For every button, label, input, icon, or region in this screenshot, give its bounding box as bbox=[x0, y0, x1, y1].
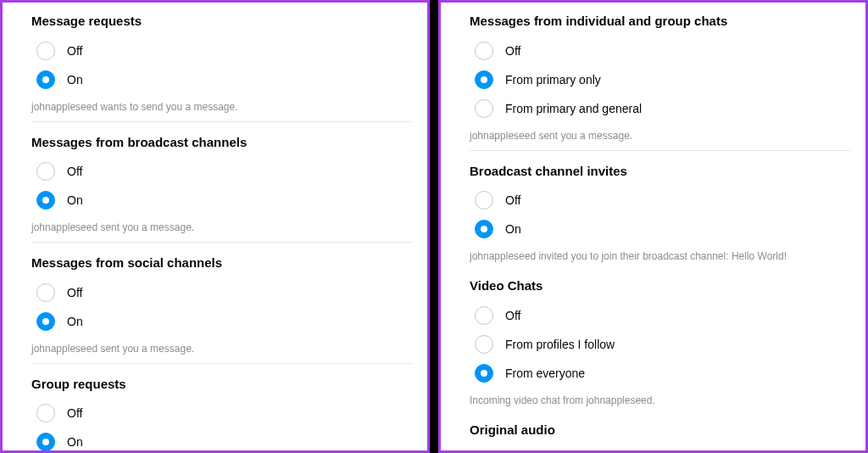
radio-label: From profiles I follow bbox=[505, 338, 615, 351]
radio-option-off[interactable]: Off bbox=[31, 399, 412, 428]
radio-option-profiles-i-follow[interactable]: From profiles I follow bbox=[470, 330, 850, 359]
section-group-requests: Group requests Off On bbox=[31, 376, 412, 454]
radio-group: Off From profiles I follow From everyone bbox=[470, 301, 850, 388]
radio-group: Off On bbox=[31, 36, 412, 94]
radio-option-primary-only[interactable]: From primary only bbox=[470, 65, 850, 94]
radio-icon bbox=[36, 191, 55, 210]
radio-icon bbox=[475, 335, 493, 354]
radio-option-on[interactable]: On bbox=[31, 307, 412, 336]
radio-label: On bbox=[67, 315, 83, 328]
section-video-chats: Video Chats Off From profiles I follow F… bbox=[470, 277, 850, 415]
radio-label: On bbox=[505, 222, 521, 236]
radio-label: From everyone bbox=[505, 366, 585, 380]
radio-option-on[interactable]: On bbox=[470, 215, 850, 243]
radio-label: Off bbox=[67, 44, 82, 58]
section-hint: johnappleseed wants to send you a messag… bbox=[31, 96, 412, 122]
radio-group: Off On bbox=[470, 186, 850, 243]
radio-label: Off bbox=[505, 309, 520, 322]
section-title: Messages from individual and group chats bbox=[470, 13, 850, 30]
section-title: Messages from broadcast channels bbox=[31, 134, 412, 151]
radio-icon bbox=[36, 283, 55, 302]
radio-icon bbox=[36, 70, 55, 89]
radio-label: Off bbox=[67, 406, 82, 420]
radio-group: Off On bbox=[31, 399, 412, 453]
radio-option-on[interactable]: On bbox=[31, 186, 412, 215]
radio-label: On bbox=[67, 73, 83, 87]
radio-label: From primary and general bbox=[505, 102, 642, 115]
section-title: Group requests bbox=[31, 376, 412, 393]
radio-icon bbox=[475, 99, 493, 118]
screenshot-wrap: Message requests Off On johnappleseed wa… bbox=[0, 0, 868, 453]
section-individual-group-chats: Messages from individual and group chats… bbox=[470, 13, 850, 151]
radio-icon bbox=[36, 42, 55, 60]
section-title: Message requests bbox=[31, 13, 412, 30]
section-hint: johnappleseed sent you a message. bbox=[31, 216, 412, 243]
radio-option-off[interactable]: Off bbox=[470, 301, 850, 330]
radio-icon bbox=[36, 312, 55, 331]
radio-icon bbox=[36, 404, 55, 422]
radio-icon bbox=[475, 364, 493, 383]
radio-option-off[interactable]: Off bbox=[470, 186, 850, 215]
section-broadcast-invites: Broadcast channel invites Off On johnapp… bbox=[470, 163, 850, 271]
section-social-channels: Messages from social channels Off On joh… bbox=[31, 254, 412, 364]
radio-label: Off bbox=[67, 286, 82, 299]
radio-option-on[interactable]: On bbox=[31, 65, 412, 94]
panel-divider bbox=[430, 0, 438, 453]
section-broadcast-channels: Messages from broadcast channels Off On … bbox=[31, 134, 412, 243]
radio-label: On bbox=[67, 193, 83, 207]
section-message-requests: Message requests Off On johnappleseed wa… bbox=[31, 13, 412, 122]
radio-icon bbox=[475, 191, 493, 210]
radio-option-off[interactable]: Off bbox=[31, 278, 412, 307]
section-hint: johnappleseed sent you a message. bbox=[31, 338, 412, 364]
section-title: Broadcast channel invites bbox=[470, 163, 850, 180]
radio-label: Off bbox=[67, 165, 82, 178]
radio-label: From primary only bbox=[505, 73, 601, 87]
radio-option-on[interactable]: On bbox=[31, 428, 412, 453]
radio-label: On bbox=[67, 435, 83, 449]
section-title: Messages from social channels bbox=[31, 254, 412, 271]
radio-option-primary-general[interactable]: From primary and general bbox=[470, 94, 850, 123]
radio-icon bbox=[475, 220, 493, 238]
section-hint: Incoming video chat from johnappleseed. bbox=[470, 389, 850, 415]
radio-group: Off From primary only From primary and g… bbox=[470, 36, 850, 123]
radio-icon bbox=[475, 42, 493, 60]
section-title: Video Chats bbox=[470, 277, 850, 294]
section-hint: johnappleseed invited you to join their … bbox=[470, 245, 850, 271]
radio-option-off[interactable]: Off bbox=[31, 36, 412, 65]
section-original-audio: Original audio bbox=[470, 422, 850, 439]
radio-option-off[interactable]: Off bbox=[31, 157, 412, 186]
radio-option-off[interactable]: Off bbox=[470, 36, 850, 65]
radio-option-from-everyone[interactable]: From everyone bbox=[470, 359, 850, 388]
radio-group: Off On bbox=[31, 157, 412, 215]
right-panel: Messages from individual and group chats… bbox=[438, 0, 868, 453]
left-panel: Message requests Off On johnappleseed wa… bbox=[0, 0, 430, 453]
radio-label: Off bbox=[505, 193, 520, 207]
radio-group: Off On bbox=[31, 278, 412, 336]
radio-icon bbox=[36, 433, 55, 451]
radio-icon bbox=[475, 306, 493, 325]
radio-icon bbox=[36, 162, 55, 181]
section-title: Original audio bbox=[470, 422, 850, 439]
radio-label: Off bbox=[505, 44, 520, 58]
radio-icon bbox=[475, 70, 493, 89]
section-hint: johnappleseed sent you a message. bbox=[470, 125, 850, 151]
